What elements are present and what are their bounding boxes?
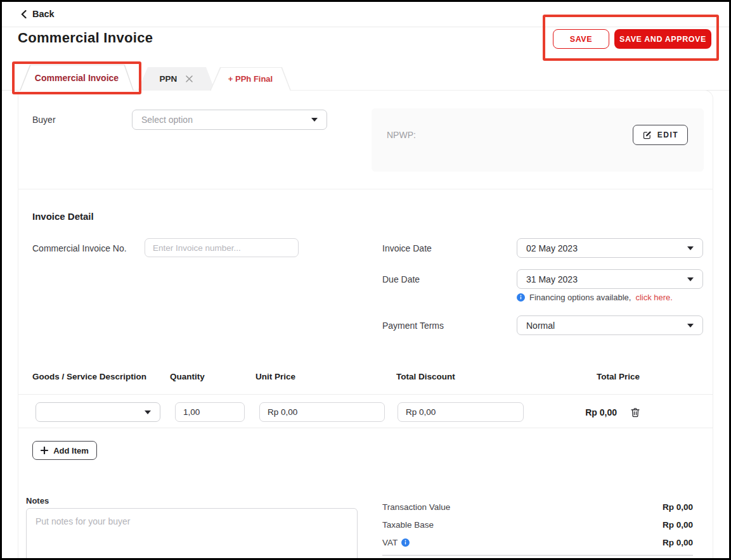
summary-divider <box>382 555 693 556</box>
item-description-select[interactable] <box>36 402 160 422</box>
invoice-no-label: Commercial Invoice No. <box>32 243 127 253</box>
item-quantity-input[interactable] <box>175 402 245 422</box>
commercial-invoice-page: Back Commercial Invoice SAVE SAVE AND AP… <box>0 0 731 560</box>
financing-click-here-link[interactable]: click here. <box>635 293 673 302</box>
table-header-divider <box>18 394 713 395</box>
item-total-discount-input[interactable] <box>398 402 524 422</box>
section-divider <box>18 189 713 189</box>
edit-icon <box>642 130 652 140</box>
col-header-total-discount: Total Discount <box>396 372 455 381</box>
buyer-select-value: Select option <box>141 115 311 125</box>
invoice-detail-heading: Invoice Detail <box>32 211 94 222</box>
summary-value: Rp 0,00 <box>663 520 693 530</box>
save-and-approve-button[interactable]: SAVE AND APPROVE <box>614 29 711 49</box>
notes-label: Notes <box>26 496 49 506</box>
summary-label: Taxable Base <box>382 520 434 530</box>
payment-terms-label: Payment Terms <box>382 321 444 331</box>
col-header-quantity: Quantity <box>170 372 205 381</box>
col-header-total-price: Total Price <box>597 372 640 381</box>
item-total-price: Rp 0,00 <box>563 407 617 417</box>
notes-textarea[interactable] <box>26 508 358 560</box>
edit-npwp-button[interactable]: EDIT <box>633 125 688 145</box>
info-icon <box>517 293 525 302</box>
invoice-date-select[interactable]: 02 May 2023 <box>517 238 703 258</box>
invoice-date-value: 02 May 2023 <box>526 243 687 253</box>
edit-label: EDIT <box>657 130 678 139</box>
chevron-down-icon <box>311 118 318 122</box>
due-date-label: Due Date <box>382 274 420 284</box>
plus-icon <box>41 447 48 454</box>
top-bar: Back <box>2 2 729 27</box>
close-icon[interactable] <box>186 75 193 82</box>
chevron-down-icon <box>145 410 151 414</box>
summary-row-vat: VAT Rp 0,00 <box>382 538 693 547</box>
npwp-panel: NPWP: EDIT <box>372 108 704 172</box>
add-item-label: Add Item <box>53 446 89 455</box>
summary-row-transaction-value: Transaction Value Rp 0,00 <box>382 502 693 512</box>
tab-label: Commercial Invoice <box>35 73 119 83</box>
back-button[interactable]: Back <box>21 9 55 19</box>
add-tab-label: + PPh Final <box>228 74 273 84</box>
due-date-value: 31 May 2023 <box>526 274 687 284</box>
buyer-select[interactable]: Select option <box>132 110 327 130</box>
financing-note: Financing options available, click here. <box>517 293 673 302</box>
chevron-down-icon <box>687 324 694 328</box>
buyer-label: Buyer <box>32 115 56 125</box>
col-header-unit-price: Unit Price <box>256 372 295 381</box>
table-row-divider <box>18 428 713 428</box>
back-label: Back <box>32 9 55 19</box>
tab-label: PPN <box>160 74 178 84</box>
save-button[interactable]: SAVE <box>553 29 609 49</box>
chevron-down-icon <box>687 277 694 281</box>
trash-icon[interactable] <box>630 407 641 418</box>
invoice-date-label: Invoice Date <box>382 243 432 253</box>
tab-commercial-invoice[interactable]: Commercial Invoice <box>20 65 134 91</box>
add-item-button[interactable]: Add Item <box>32 441 97 460</box>
invoice-no-input[interactable] <box>145 238 299 257</box>
item-unit-price-input[interactable] <box>259 402 385 422</box>
payment-terms-select[interactable]: Normal <box>517 315 703 335</box>
chevron-left-icon <box>21 10 27 18</box>
summary-label: Transaction Value <box>382 502 450 512</box>
summary-label: VAT <box>382 538 398 547</box>
page-title: Commercial Invoice <box>18 30 153 46</box>
summary-row-taxable-base: Taxable Base Rp 0,00 <box>382 520 693 530</box>
summary-value: Rp 0,00 <box>663 502 693 512</box>
tab-add-pph-final[interactable]: + PPh Final <box>210 67 291 91</box>
info-icon[interactable] <box>401 538 410 547</box>
payment-terms-value: Normal <box>526 321 687 331</box>
chevron-down-icon <box>687 246 694 250</box>
col-header-description: Goods / Service Description <box>32 372 146 381</box>
tab-ppn[interactable]: PPN <box>138 67 215 91</box>
due-date-select[interactable]: 31 May 2023 <box>517 269 703 289</box>
summary-value: Rp 0,00 <box>663 538 693 547</box>
financing-note-text: Financing options available, <box>529 293 631 302</box>
npwp-label: NPWP: <box>387 130 416 140</box>
